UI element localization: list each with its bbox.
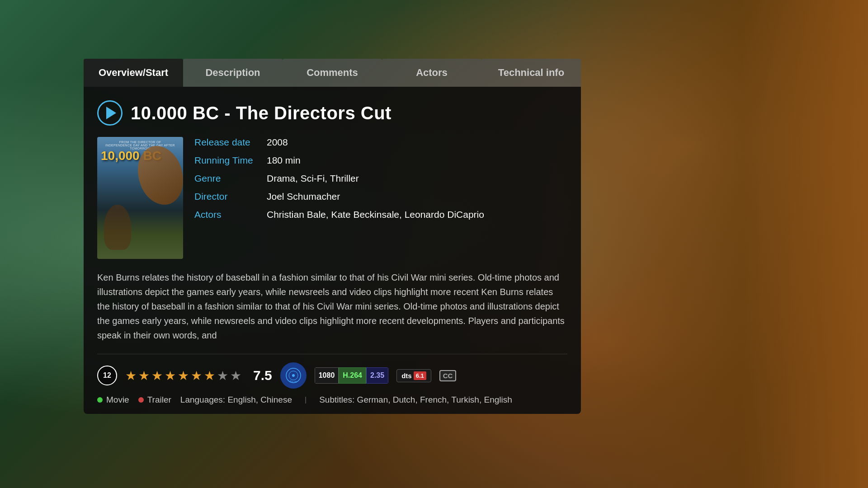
trailer-dot-icon: [138, 397, 144, 403]
actors-row: Actors Christian Bale, Kate Beckinsale, …: [194, 209, 567, 220]
movie-info-section: FROM THE DIRECTOR OFINDEPENDENCE DAY AND…: [97, 137, 567, 259]
tech-badges-group: 1080 H.264 2.35: [315, 367, 388, 384]
star-3: ★: [151, 368, 163, 383]
tab-technical[interactable]: Technical info: [481, 59, 581, 87]
movie-title: 10.000 BC - The Directors Cut: [131, 103, 392, 123]
svg-point-2: [292, 374, 295, 377]
star-7-half: ★: [204, 368, 215, 383]
star-4: ★: [165, 368, 176, 383]
source-trailer: Trailer: [138, 395, 171, 405]
genre-value: Drama, Sci-Fi, Thriller: [267, 173, 359, 184]
metadata-table: Release date 2008 Running Time 180 min G…: [194, 137, 567, 259]
source-trailer-label: Trailer: [147, 395, 171, 405]
poster-figure: [104, 205, 131, 250]
tab-comments[interactable]: Comments: [283, 59, 382, 87]
rating-score: 7.5: [253, 368, 272, 383]
director-value: Joel Schumacher: [267, 191, 340, 202]
running-time-row: Running Time 180 min: [194, 155, 567, 166]
star-8-empty: ★: [217, 368, 228, 383]
main-container: Overview/Start Description Comments Acto…: [84, 59, 581, 414]
source-movie-label: Movie: [106, 395, 129, 405]
tabs-bar: Overview/Start Description Comments Acto…: [84, 59, 581, 87]
description-text: Ken Burns relates the history of basebal…: [97, 270, 567, 343]
star-2: ★: [138, 368, 150, 383]
release-date-row: Release date 2008: [194, 137, 567, 148]
aspect-badge: 2.35: [366, 367, 388, 384]
director-row: Director Joel Schumacher: [194, 191, 567, 202]
play-button[interactable]: [97, 100, 123, 126]
director-label: Director: [194, 191, 267, 202]
codec-badge: H.264: [339, 367, 366, 384]
genre-row: Genre Drama, Sci-Fi, Thriller: [194, 173, 567, 184]
tab-overview[interactable]: Overview/Start: [84, 59, 183, 87]
poster-creature: [138, 146, 183, 205]
source-movie: Movie: [97, 395, 129, 405]
age-rating-badge: 12: [97, 366, 117, 385]
star-6: ★: [191, 368, 202, 383]
source-row: Movie Trailer Languages: English, Chines…: [97, 395, 567, 405]
bluray-badge: Blu-ray: [280, 362, 307, 389]
play-icon: [106, 107, 116, 119]
title-row: 10.000 BC - The Directors Cut: [97, 100, 567, 126]
separator: |: [305, 396, 307, 404]
release-date-value: 2008: [267, 137, 288, 148]
movie-poster: FROM THE DIRECTOR OFINDEPENDENCE DAY AND…: [97, 137, 183, 259]
content-panel: 10.000 BC - The Directors Cut FROM THE D…: [84, 87, 581, 414]
subtitles-text: Subtitles: German, Dutch, French, Turkis…: [319, 395, 512, 405]
bottom-bar: 12 ★ ★ ★ ★ ★ ★ ★ ★ ★ 7.5: [97, 354, 567, 405]
movie-dot-icon: [97, 397, 103, 403]
dts-label: dts: [401, 372, 412, 380]
release-date-label: Release date: [194, 137, 267, 148]
actors-value: Christian Bale, Kate Beckinsale, Leonard…: [267, 209, 484, 220]
star-9-empty: ★: [230, 368, 241, 383]
actors-label: Actors: [194, 209, 267, 220]
running-time-value: 180 min: [267, 155, 301, 166]
svg-text:Blu-ray: Blu-ray: [290, 380, 297, 383]
languages-text: Languages: English, Chinese: [180, 395, 292, 405]
dts-badge: dts 6.1: [396, 369, 431, 382]
cc-badge: CC: [439, 370, 457, 381]
tab-actors[interactable]: Actors: [382, 59, 481, 87]
dts-channels: 6.1: [414, 371, 426, 380]
running-time-label: Running Time: [194, 155, 267, 166]
stars-row: ★ ★ ★ ★ ★ ★ ★ ★ ★: [125, 368, 241, 383]
tab-description[interactable]: Description: [183, 59, 283, 87]
ratings-row: 12 ★ ★ ★ ★ ★ ★ ★ ★ ★ 7.5: [97, 362, 567, 389]
resolution-badge: 1080: [315, 367, 339, 384]
star-1: ★: [125, 368, 137, 383]
genre-label: Genre: [194, 173, 267, 184]
star-5: ★: [178, 368, 189, 383]
